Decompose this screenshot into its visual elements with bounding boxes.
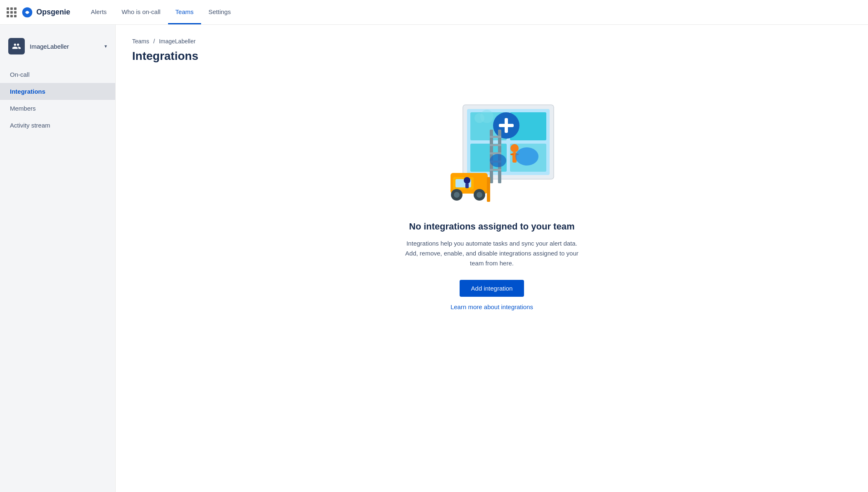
add-integration-button[interactable]: Add integration — [460, 280, 524, 297]
sidebar-nav: On-call Integrations Members Activity st… — [0, 63, 115, 137]
nav-links: Alerts Who is on-call Teams Settings — [83, 0, 238, 24]
svg-point-35 — [490, 154, 506, 167]
breadcrumb-current: ImageLabeller — [159, 38, 196, 45]
svg-point-34 — [515, 147, 538, 166]
empty-state-title: No integrations assigned to your team — [409, 221, 575, 232]
top-navigation: Opsgenie Alerts Who is on-call Teams Set… — [0, 0, 868, 25]
breadcrumb-separator: / — [153, 38, 155, 45]
logo[interactable]: Opsgenie — [21, 7, 70, 18]
empty-illustration — [426, 92, 558, 208]
breadcrumb-parent[interactable]: Teams — [132, 38, 149, 45]
learn-more-link[interactable]: Learn more about integrations — [451, 303, 533, 310]
svg-rect-31 — [487, 177, 490, 202]
svg-rect-33 — [465, 183, 469, 188]
page-title: Integrations — [132, 50, 851, 63]
svg-rect-16 — [490, 144, 501, 146]
svg-rect-12 — [499, 124, 514, 127]
svg-rect-22 — [510, 154, 514, 155]
nav-alerts[interactable]: Alerts — [83, 0, 114, 24]
svg-point-30 — [477, 192, 482, 198]
svg-point-9 — [480, 110, 493, 123]
sidebar-item-integrations[interactable]: Integrations — [0, 83, 115, 100]
team-header[interactable]: ImageLabeller ▾ — [0, 33, 115, 59]
sidebar: ImageLabeller ▾ On-call Integrations Mem… — [0, 25, 116, 492]
svg-rect-17 — [490, 152, 501, 154]
nav-teams[interactable]: Teams — [168, 0, 201, 24]
svg-rect-19 — [490, 169, 501, 171]
svg-rect-15 — [490, 136, 501, 138]
sidebar-item-activity-stream[interactable]: Activity stream — [0, 117, 115, 134]
svg-point-1 — [26, 11, 29, 14]
opsgenie-logo-icon — [21, 7, 33, 18]
page-layout: ImageLabeller ▾ On-call Integrations Mem… — [0, 25, 868, 492]
empty-state-description: Integrations help you automate tasks and… — [405, 239, 579, 268]
sidebar-item-members[interactable]: Members — [0, 100, 115, 117]
breadcrumb: Teams / ImageLabeller — [132, 38, 851, 45]
svg-point-20 — [510, 144, 519, 152]
team-icon — [12, 42, 21, 51]
logo-text: Opsgenie — [36, 8, 70, 17]
team-avatar — [8, 38, 25, 54]
chevron-down-icon: ▾ — [104, 43, 107, 49]
svg-point-32 — [464, 177, 470, 184]
app-grid-icon[interactable] — [7, 7, 17, 17]
nav-settings[interactable]: Settings — [201, 0, 238, 24]
team-name: ImageLabeller — [30, 43, 104, 50]
svg-point-28 — [454, 192, 460, 198]
empty-state: No integrations assigned to your team In… — [368, 76, 616, 327]
main-content: Teams / ImageLabeller Integrations — [116, 25, 868, 492]
sidebar-item-on-call[interactable]: On-call — [0, 66, 115, 83]
nav-who-is-on-call[interactable]: Who is on-call — [114, 0, 168, 24]
